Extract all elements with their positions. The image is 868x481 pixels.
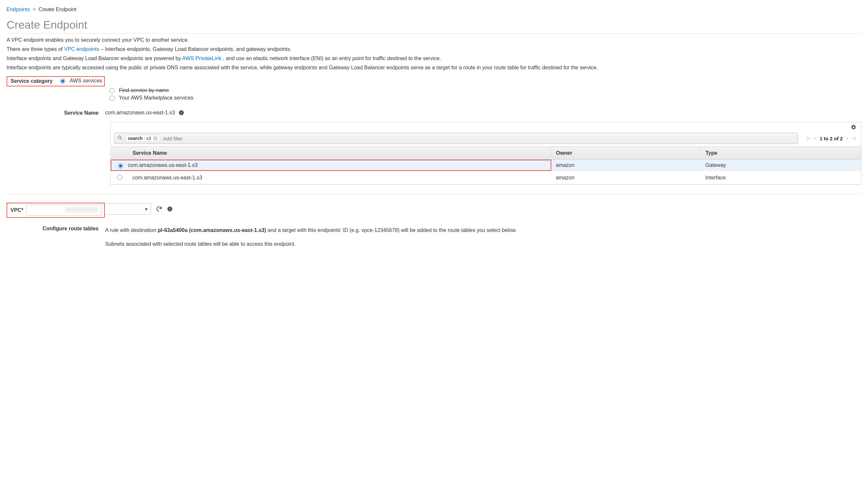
filter-input[interactable] (163, 133, 798, 144)
intro-line3: Interface endpoints and Gateway Load Bal… (7, 55, 861, 62)
col-type[interactable]: Type (701, 147, 861, 160)
row-type: Gateway (701, 160, 861, 171)
vpc-endpoints-link[interactable]: VPC endpoints (64, 46, 99, 52)
pager-first-icon[interactable]: |< (807, 136, 810, 141)
breadcrumb: Endpoints > Create Endpoint (7, 6, 861, 12)
row-owner: amazon (551, 160, 701, 171)
service-category-row: Service category AWS services (7, 76, 861, 86)
radio-marketplace[interactable]: Your AWS Marketplace services (108, 95, 861, 101)
radio-aws-services[interactable]: AWS services (59, 78, 102, 84)
intro-text: A VPC endpoint enables you to securely c… (7, 36, 861, 71)
route-p1-pre: A rule with destination (105, 228, 158, 233)
pager-prev-icon[interactable]: < (814, 136, 816, 141)
radio-aws-services-label: AWS services (70, 78, 102, 84)
row-radio[interactable] (117, 175, 122, 180)
col-select (111, 147, 128, 160)
refresh-icon[interactable] (156, 206, 162, 212)
route-tables-label: Configure route tables (7, 225, 105, 249)
pager-text: 1 to 2 of 2 (820, 136, 843, 141)
route-p1-post: and a target with this endpoints' ID (e.… (268, 228, 517, 233)
vpc-highlight: VPC* (7, 203, 105, 218)
intro-line3-pre: Interface endpoints and Gateway Load Bal… (7, 56, 182, 61)
services-panel: search : s3 ✕ |< < 1 to 2 of 2 > >| Serv… (111, 122, 861, 185)
row-type: Interface (701, 171, 861, 184)
privatelink-link[interactable]: AWS PrivateLink (182, 56, 221, 61)
radio-find-by-name-input[interactable] (110, 88, 115, 93)
radio-aws-services-input[interactable] (60, 79, 65, 84)
vpc-select-left[interactable] (26, 205, 101, 216)
svg-text:i: i (181, 111, 182, 115)
page-title: Create Endpoint (7, 19, 861, 33)
row-service-name: com.amazonaws.us-east-1.s3 (128, 171, 551, 184)
filter-chip-val: s3 (146, 136, 151, 141)
filter-bar[interactable]: search : s3 ✕ (114, 133, 798, 144)
svg-line-3 (121, 138, 122, 140)
service-category-label: Service category (7, 78, 59, 84)
service-name-value: com.amazonaws.us-east-1.s3 (105, 110, 175, 116)
service-category-highlight: Service category AWS services (7, 76, 105, 86)
route-desc-p2: Subnets associated with selected route t… (105, 240, 861, 248)
intro-line4: Interface endpoints are typically access… (7, 64, 861, 71)
vpc-select[interactable]: ▾ (105, 203, 151, 214)
breadcrumb-separator: > (33, 6, 36, 12)
table-row[interactable]: com.amazonaws.us-east-1.s3 amazon Interf… (111, 171, 861, 184)
vpc-value-redacted (65, 207, 98, 212)
gear-icon[interactable] (850, 122, 861, 130)
pager: |< < 1 to 2 of 2 > >| (801, 136, 861, 141)
service-name-row: Service Name com.amazonaws.us-east-1.s3 … (7, 110, 861, 116)
svg-text:i: i (169, 207, 170, 211)
intro-line2-post: – Interface endpoints, Gateway Load Bala… (100, 46, 291, 52)
route-tables-row: Configure route tables A rule with desti… (7, 225, 861, 249)
col-service-name[interactable]: Service Name (128, 147, 551, 160)
services-table: Service Name Owner Type com.amazonaws.us… (111, 147, 861, 184)
info-icon[interactable]: i (178, 110, 184, 116)
row-radio[interactable] (118, 163, 123, 169)
row-owner: amazon (551, 171, 701, 184)
filter-chip-remove-icon[interactable]: ✕ (153, 136, 158, 141)
radio-marketplace-input[interactable] (110, 96, 115, 101)
route-desc-p1: A rule with destination pl-63a5400a (com… (105, 227, 861, 234)
breadcrumb-current: Create Endpoint (38, 6, 76, 12)
search-icon (114, 135, 125, 142)
intro-line3-post: , and use an elastic network interface (… (223, 56, 441, 61)
table-row[interactable]: com.amazonaws.us-east-1.s3 amazon Gatewa… (111, 160, 861, 171)
intro-line1: A VPC endpoint enables you to securely c… (7, 36, 861, 44)
info-icon[interactable]: i (167, 206, 173, 212)
pager-last-icon[interactable]: >| (852, 136, 856, 141)
intro-line2-pre: There are three types of (7, 46, 64, 52)
pager-next-icon[interactable]: > (846, 136, 848, 141)
intro-line2: There are three types of VPC endpoints –… (7, 46, 861, 53)
radio-marketplace-label: Your AWS Marketplace services (119, 95, 193, 101)
breadcrumb-parent-link[interactable]: Endpoints (7, 6, 30, 12)
filter-chip[interactable]: search : s3 ✕ (125, 135, 160, 142)
vpc-row: VPC* ▾ i (7, 194, 861, 218)
col-owner[interactable]: Owner (551, 147, 701, 160)
radio-find-by-name[interactable]: Find service by name (108, 87, 861, 93)
route-p1-bold: pl-63a5400a (com.amazonaws.us-east-1.s3) (158, 228, 266, 233)
vpc-label: VPC* (8, 207, 26, 213)
svg-point-2 (118, 136, 121, 139)
chevron-down-icon[interactable]: ▾ (142, 206, 151, 212)
filter-chip-key: search (128, 136, 143, 141)
radio-find-by-name-label: Find service by name (119, 87, 169, 93)
row-service-name: com.amazonaws.us-east-1.s3 (128, 162, 198, 168)
filter-chip-colon: : (144, 136, 145, 141)
service-name-label: Service Name (7, 110, 105, 116)
